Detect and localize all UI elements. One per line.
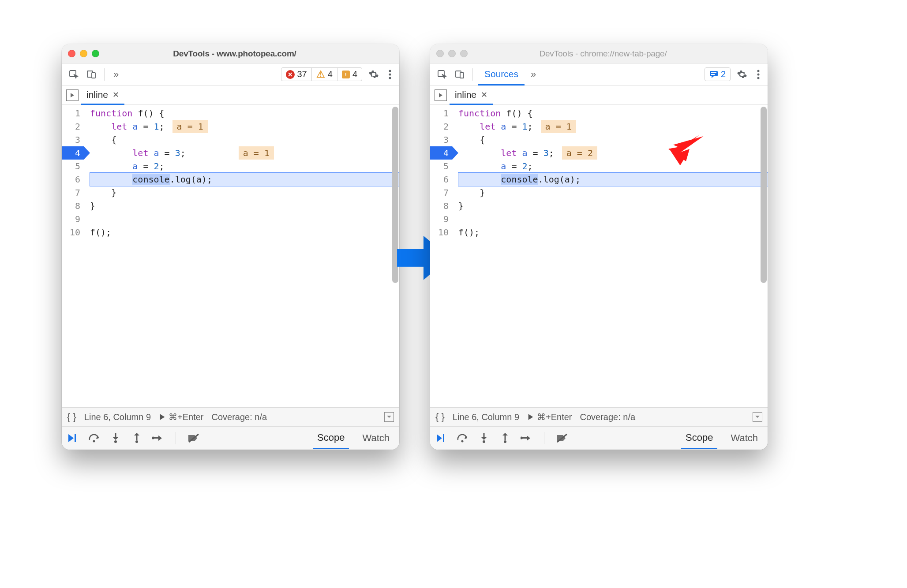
kebab-icon[interactable]	[753, 70, 763, 79]
cursor-position: Line 6, Column 9	[453, 412, 519, 422]
inline-value: a = 1	[172, 120, 208, 133]
step-icon[interactable]	[152, 432, 164, 444]
devtools-window-right: DevTools - chrome://new-tab-page/ Source…	[430, 44, 768, 450]
watch-tab[interactable]: Watch	[358, 428, 394, 448]
errors-badge[interactable]: ✕37	[281, 68, 311, 81]
minimize-button[interactable]	[80, 50, 87, 57]
run-snippet[interactable]: ⌘+Enter	[159, 412, 203, 422]
inspect-icon[interactable]	[435, 67, 450, 82]
annotation-arrow-icon	[664, 131, 704, 167]
svg-point-32	[521, 437, 523, 439]
inspect-icon[interactable]	[66, 67, 81, 82]
step-out-icon[interactable]	[131, 432, 143, 444]
messages-badge[interactable]: 2	[705, 67, 731, 81]
step-out-icon[interactable]	[499, 432, 511, 444]
code-line	[458, 212, 768, 226]
line-number: 10	[62, 226, 80, 239]
file-tab-inline[interactable]: inline ✕	[81, 86, 124, 105]
line-number: 3	[430, 133, 449, 146]
separator	[176, 432, 176, 444]
run-snippet[interactable]: ⌘+Enter	[527, 412, 572, 422]
close-icon[interactable]: ✕	[481, 90, 487, 100]
dropdown-icon[interactable]	[384, 412, 394, 422]
file-tab-label: inline	[455, 89, 476, 100]
dropdown-icon[interactable]	[753, 412, 762, 422]
maximize-button[interactable]	[92, 50, 99, 57]
kebab-icon[interactable]	[385, 70, 395, 79]
issue-icon	[342, 71, 350, 78]
pretty-print-icon[interactable]: { }	[435, 411, 445, 423]
navigator-icon[interactable]	[435, 89, 447, 101]
code-line: let a = 3;a = 1	[90, 146, 399, 160]
warnings-count: 4	[328, 69, 333, 79]
minimize-button[interactable]	[448, 50, 456, 57]
sources-tab[interactable]: Sources	[478, 64, 525, 86]
warnings-badge[interactable]: ⚠4	[311, 68, 337, 81]
line-number: 3	[62, 133, 80, 146]
toolbar: Sources » 2	[430, 63, 768, 86]
coverage-status: Coverage: n/a	[580, 412, 636, 422]
window-title: DevTools - www.photopea.com/	[107, 49, 362, 59]
file-tab-inline[interactable]: inline ✕	[450, 86, 493, 105]
scope-tab[interactable]: Scope	[313, 428, 349, 449]
message-icon	[709, 71, 718, 78]
svg-point-26	[461, 440, 464, 443]
editor[interactable]: 1 2 3 4 5 6 7 8 9 10 function f() { let …	[62, 105, 399, 407]
maximize-button[interactable]	[460, 50, 468, 57]
scope-tab[interactable]: Scope	[681, 428, 717, 449]
code-line: {	[458, 133, 768, 146]
resume-icon[interactable]	[435, 432, 448, 444]
cursor-position: Line 6, Column 9	[84, 412, 151, 422]
line-number: 5	[62, 160, 80, 173]
line-number: 6	[430, 173, 449, 186]
device-toggle-icon[interactable]	[84, 67, 99, 82]
issues-badge[interactable]: 4	[337, 68, 362, 81]
editor[interactable]: 1 2 3 4 5 6 7 8 9 10 function f() { let …	[430, 105, 768, 407]
more-tabs-icon[interactable]: »	[110, 69, 120, 80]
inline-value: a = 1	[239, 146, 274, 160]
svg-point-5	[389, 70, 391, 72]
settings-icon[interactable]	[365, 69, 382, 80]
line-number: 1	[430, 107, 449, 120]
svg-point-22	[757, 70, 760, 72]
warning-icon: ⚠	[316, 70, 325, 79]
step-icon[interactable]	[520, 432, 532, 444]
svg-point-7	[389, 77, 391, 79]
settings-icon[interactable]	[733, 69, 751, 80]
separator	[104, 68, 105, 81]
device-toggle-icon[interactable]	[452, 67, 467, 82]
scrollbar[interactable]	[761, 107, 767, 283]
close-icon[interactable]: ✕	[112, 90, 119, 100]
step-over-icon[interactable]	[88, 432, 101, 444]
svg-point-9	[93, 440, 95, 443]
watch-tab[interactable]: Watch	[726, 428, 762, 448]
step-into-icon[interactable]	[109, 432, 122, 444]
deactivate-breakpoints-icon[interactable]	[556, 432, 568, 444]
pretty-print-icon[interactable]: { }	[67, 411, 76, 423]
window-title: DevTools - chrome://new-tab-page/	[476, 49, 731, 59]
line-number: 5	[430, 160, 449, 173]
issues-count: 4	[352, 69, 357, 79]
svg-point-15	[152, 437, 154, 439]
deactivate-breakpoints-icon[interactable]	[187, 432, 200, 444]
close-button[interactable]	[68, 50, 75, 57]
code-area[interactable]: function f() { let a = 1;a = 1 { let a =…	[452, 105, 768, 407]
statusbar: { } Line 6, Column 9 ⌘+Enter Coverage: n…	[62, 407, 399, 427]
step-over-icon[interactable]	[457, 432, 469, 444]
close-button[interactable]	[436, 50, 444, 57]
console-badges[interactable]: ✕37 ⚠4 4	[281, 67, 363, 81]
resume-icon[interactable]	[67, 432, 79, 444]
svg-point-10	[114, 440, 117, 443]
titlebar: DevTools - chrome://new-tab-page/	[430, 44, 768, 63]
svg-rect-18	[460, 73, 464, 78]
navigator-icon[interactable]	[66, 89, 79, 101]
code-line: }	[90, 186, 399, 199]
step-into-icon[interactable]	[478, 432, 490, 444]
more-tabs-icon[interactable]: »	[527, 69, 537, 80]
svg-rect-21	[711, 74, 715, 75]
code-area[interactable]: function f() { let a = 1;a = 1 { let a =…	[84, 105, 399, 407]
line-number: 1	[62, 107, 80, 120]
svg-rect-2	[92, 73, 95, 78]
svg-rect-20	[711, 72, 716, 73]
run-shortcut: ⌘+Enter	[537, 412, 572, 422]
